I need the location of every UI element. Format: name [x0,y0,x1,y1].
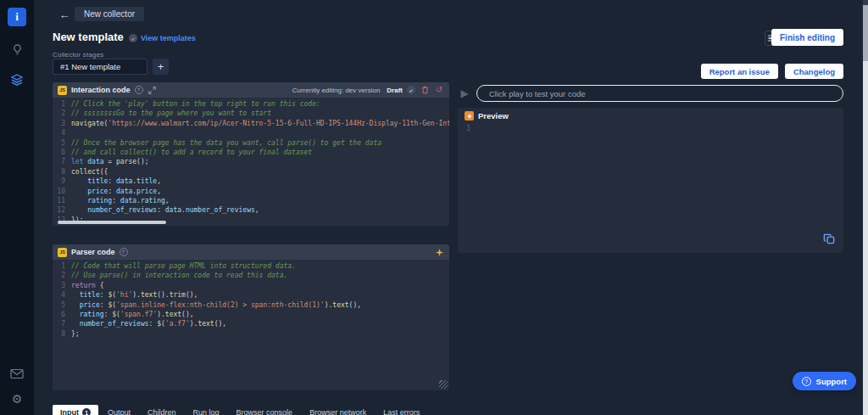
help-icon[interactable]: ? [120,248,128,256]
tab-children[interactable]: Children [140,405,184,415]
preview-code-area: 1 [458,122,843,252]
page-scrollbar [863,0,868,415]
expand-icon[interactable] [147,85,158,95]
page-title: New template [53,31,124,43]
back-button[interactable]: ← [58,8,71,21]
saved-check-icon: ✓ [407,86,415,94]
view-templates-link[interactable]: ✓ View templates [129,34,196,42]
collector-stages-label: Collector stages [53,51,104,59]
view-templates-label: View templates [141,34,196,42]
support-label: Support [816,377,847,386]
gear-icon[interactable]: ⚙ [9,391,25,407]
finish-editing-button[interactable]: Finish editing [771,29,843,46]
copy-icon [823,233,836,245]
javascript-icon: JS [58,86,67,95]
test-run-input[interactable] [476,85,843,102]
play-icon[interactable]: ▶ [458,87,471,100]
tab-browser-console[interactable]: Browser console [229,405,301,415]
tab-last-errors[interactable]: Last errors [376,405,427,415]
mail-icon[interactable] [9,366,25,381]
stage-name-input[interactable] [53,59,147,75]
brand-logo[interactable]: i [8,8,26,26]
preview-title: Preview [478,111,509,121]
input-count-badge: 1 [82,408,91,415]
collectors-icon[interactable] [9,72,25,87]
report-issue-button[interactable]: Report an issue [701,64,778,79]
support-button[interactable]: ? Support [793,372,856,390]
horizontal-scrollbar [58,221,444,224]
scrollbar-thumb[interactable] [863,5,868,61]
interaction-panel-title: Interaction code [71,86,131,94]
help-icon[interactable]: ? [135,86,143,94]
browser-icon [465,111,474,121]
app: i ⚙ ← New collector New template ✓ View … [0,0,868,415]
tab-input-label: Input [60,408,79,415]
preview-panel: Preview 1 [458,108,843,253]
rail-bottom: ⚙ [9,356,25,407]
question-icon: ? [802,377,811,386]
stage-actions: Report an issue Changelog [701,64,843,79]
horizontal-scrollbar-thumb[interactable] [58,221,166,224]
tab-browser-network[interactable]: Browser network [302,405,374,415]
tab-run-log[interactable]: Run log [186,405,227,415]
parser-code-editor[interactable]: 1// Code that will parse page HTML into … [53,260,449,390]
format-sparkle-icon[interactable] [434,247,444,257]
reset-icon[interactable]: ↺ [434,85,444,95]
check-icon: ✓ [129,34,137,42]
changelog-button[interactable]: Changelog [785,64,843,79]
javascript-icon: JS [58,248,67,257]
parser-panel-header: JS Parser code ? [53,244,449,260]
left-rail: i ⚙ [0,0,34,415]
bottom-tab-bar: Input 1 Output Children Run log Browser … [53,405,427,415]
preview-header: Preview [458,108,843,122]
lightbulb-icon[interactable] [9,42,25,57]
parser-code-panel: JS Parser code ? 1// Code that will pars… [53,244,449,390]
add-stage-button[interactable]: + [153,59,169,75]
tab-output[interactable]: Output [100,405,138,415]
resize-handle[interactable] [439,380,448,389]
test-run-row: ▶ [458,84,843,103]
parser-panel-title: Parser code [71,248,115,256]
interaction-code-panel: JS Interaction code ? Currently editing:… [53,82,449,226]
main-area: ← New collector New template ✓ View temp… [34,0,863,415]
copy-button[interactable] [821,231,837,246]
trash-icon[interactable] [420,85,430,95]
interaction-code-editor[interactable]: 1// Click the 'play' button in the top r… [53,98,449,226]
editing-status: Currently editing: dev version [292,87,381,94]
interaction-panel-header: JS Interaction code ? Currently editing:… [53,82,449,98]
editing-version: Draft [387,87,403,94]
collector-tab[interactable]: New collector [75,7,144,21]
tab-input[interactable]: Input 1 [53,405,98,415]
